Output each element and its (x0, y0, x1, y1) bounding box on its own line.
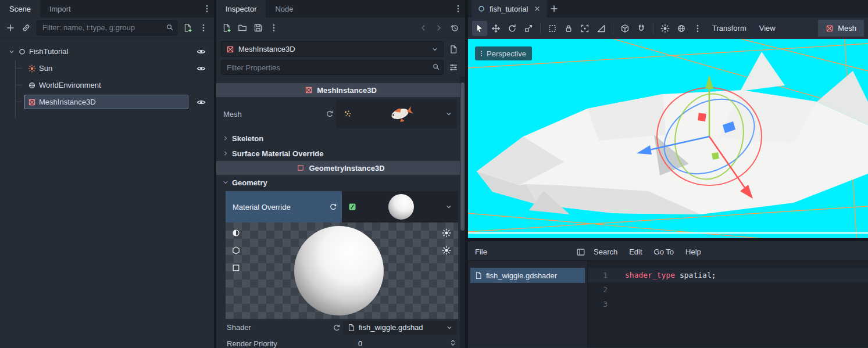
perspective-label: Perspective (487, 49, 526, 58)
inspector-tabbar: Inspector Node (216, 0, 465, 17)
property-render-priority: Render Priority 0 (226, 336, 458, 348)
tree-item-fishtutorial[interactable]: FishTutorial (5, 44, 72, 59)
tree-item-label: FishTutorial (29, 47, 68, 56)
resource-extra-menu-icon[interactable] (267, 21, 281, 35)
inspector-dock-menu-icon[interactable] (451, 2, 465, 16)
visibility-eye-icon[interactable] (197, 47, 206, 56)
shader-dropdown[interactable]: fish_wiggle.gdshad (343, 321, 457, 335)
local-space-button[interactable] (617, 21, 633, 36)
group-surface-material-override[interactable]: Surface Material Override (216, 146, 465, 161)
tab-inspector[interactable]: Inspector (216, 0, 266, 17)
new-scene-tab-icon[interactable] (547, 2, 561, 16)
preview-light1-icon[interactable] (442, 228, 451, 239)
scene-tree-extra-menu-icon[interactable] (197, 21, 210, 35)
node-selector-dropdown[interactable]: MeshInstance3D (221, 41, 444, 57)
load-resource-icon[interactable] (235, 21, 249, 35)
revert-icon[interactable] (323, 107, 336, 121)
tab-scene-label: Scene (9, 5, 31, 13)
edit-menu[interactable]: Edit (623, 247, 648, 256)
category-geometryinstance3d[interactable]: GeometryInstance3D (216, 161, 465, 175)
view-menu[interactable]: View (753, 24, 781, 33)
category-meshinstance3d[interactable]: MeshInstance3D (216, 83, 465, 97)
group-skeleton[interactable]: Skeleton (216, 131, 465, 146)
tree-item-worldenvironment[interactable]: WorldEnvironment (24, 78, 105, 92)
goto-menu[interactable]: Go To (648, 247, 680, 256)
mesh-menu[interactable]: Mesh (818, 20, 864, 37)
search-menu[interactable]: Search (588, 247, 623, 256)
file-menu[interactable]: File (469, 247, 493, 256)
snap-toggle-button[interactable] (634, 21, 649, 36)
shader-property-label: Shader (227, 323, 330, 332)
rotate-tool-button[interactable] (505, 21, 520, 36)
scrollbar-thumb[interactable] (460, 82, 465, 231)
mesh-preview-thumbnail[interactable] (387, 101, 413, 127)
toggle-files-panel-icon[interactable] (574, 245, 588, 259)
property-options-icon[interactable] (446, 60, 460, 74)
preview-box-icon[interactable] (231, 263, 241, 274)
sparkle-icon (341, 107, 355, 121)
select-tool-button[interactable] (472, 21, 487, 36)
history-back-icon[interactable] (416, 21, 430, 35)
shader-file-icon (347, 324, 355, 332)
tab-import[interactable]: Import (40, 0, 80, 17)
lock-node-button[interactable] (561, 21, 576, 36)
scale-tool-button[interactable] (521, 21, 536, 36)
preview-sphere-icon[interactable] (231, 228, 241, 239)
save-resource-icon[interactable] (251, 21, 265, 35)
group-geometry[interactable]: Geometry (216, 175, 465, 190)
viewport-toolbar: Transform View Mesh (468, 17, 868, 39)
move-tool-button[interactable] (488, 21, 503, 36)
instance-scene-button[interactable] (19, 21, 33, 35)
tab-scene[interactable]: Scene (0, 0, 40, 17)
transform-menu[interactable]: Transform (706, 24, 752, 33)
spin-updown-icon[interactable] (449, 339, 457, 348)
scene-tab-fish-tutorial[interactable]: fish_tutorial (471, 0, 547, 17)
tree-item-meshinstance3d[interactable]: MeshInstance3D (24, 95, 188, 109)
preview-environment-button[interactable] (674, 21, 689, 36)
group-label: Surface Material Override (232, 149, 324, 158)
box-select-tool-button[interactable] (545, 21, 560, 36)
scene-tree: FishTutorial Sun WorldEnvironment MeshIn… (0, 38, 214, 110)
collapse-arrow-icon[interactable] (8, 48, 15, 55)
tree-item-sun[interactable]: Sun (24, 61, 56, 76)
chevron-down-icon[interactable] (445, 203, 452, 210)
visibility-eye-icon[interactable] (197, 98, 206, 107)
preview-sun-button[interactable] (658, 21, 673, 36)
scene-dock-menu-icon[interactable] (200, 2, 214, 16)
render-priority-spinbox[interactable]: 0 (343, 339, 457, 348)
code-editor[interactable]: 1 shader_type spatial; 2 3 (588, 261, 868, 347)
revert-icon[interactable] (327, 200, 340, 214)
preview-hexagon-icon[interactable] (231, 246, 241, 257)
group-label: Skeleton (232, 134, 263, 143)
scene-filter-input[interactable] (37, 20, 177, 35)
ruler-tool-button[interactable] (594, 21, 609, 36)
chevron-down-icon[interactable] (445, 110, 452, 117)
visibility-eye-icon[interactable] (197, 64, 206, 73)
viewport-3d[interactable]: Perspective (468, 39, 868, 238)
material-override-label-cell[interactable]: Material Override (226, 191, 342, 223)
code-keyword: shader_type (625, 271, 675, 279)
viewport-extra-menu-icon[interactable] (690, 21, 705, 36)
material-preview-thumbnail[interactable] (388, 194, 414, 220)
attach-script-icon[interactable] (181, 21, 195, 35)
scene-filter (37, 20, 177, 35)
add-node-button[interactable] (3, 21, 17, 35)
inspector-scrollbar[interactable] (460, 77, 465, 348)
history-icon[interactable] (448, 21, 462, 35)
help-menu[interactable]: Help (680, 247, 707, 256)
new-resource-icon[interactable] (220, 21, 234, 35)
group-node-button[interactable] (577, 21, 592, 36)
property-material-override: Material Override (226, 191, 458, 223)
node-icon (18, 48, 26, 56)
preview-light2-icon[interactable] (442, 246, 451, 257)
close-tab-icon[interactable] (532, 2, 542, 16)
mesh-resource-picker[interactable] (336, 99, 457, 128)
tab-node[interactable]: Node (266, 0, 302, 17)
history-forward-icon[interactable] (432, 21, 446, 35)
shader-file-item[interactable]: fish_wiggle.gdshader (470, 268, 585, 283)
revert-icon[interactable] (330, 321, 343, 335)
open-documentation-icon[interactable] (446, 42, 460, 56)
perspective-menu[interactable]: Perspective (475, 46, 532, 60)
property-filter-input[interactable] (221, 60, 444, 75)
material-resource-picker[interactable] (342, 191, 458, 223)
